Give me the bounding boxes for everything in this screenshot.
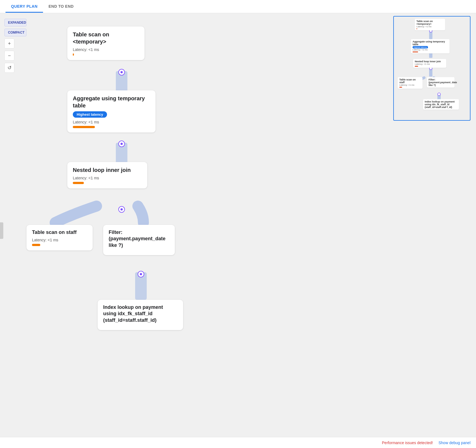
toolbar: EXPANDED COMPACT + − ↺ <box>4 19 26 73</box>
minimap-node-5: Filter: (payment.payment_date like ?) <box>427 77 454 88</box>
zoom-in-button[interactable]: + <box>4 39 14 48</box>
perf-warning: Performance issues detected! <box>382 441 433 445</box>
node-nested-loop-bar <box>73 182 84 184</box>
node-aggregate-title: Aggregate using temporary table <box>73 95 150 109</box>
connector-4 <box>138 271 144 277</box>
tab-query-plan[interactable]: QUERY PLAN <box>6 1 43 13</box>
node-nested-loop-latency: Latency: <1 ms <box>73 176 142 180</box>
node-index-lookup[interactable]: Index lookup on payment using idx_fk_sta… <box>98 300 183 330</box>
node-aggregate-bar <box>73 126 95 128</box>
node-table-scan-temp-latency: Latency: <1 ms <box>73 47 139 52</box>
reset-button[interactable]: ↺ <box>4 63 14 73</box>
connector-3 <box>118 206 125 213</box>
node-table-scan-temp-title: Table scan on <temporary> <box>73 31 139 45</box>
tab-bar: QUERY PLAN END TO END <box>0 0 476 13</box>
minimap-node-1: Table scan on <temporary> Latency: <1 ms <box>415 19 445 30</box>
debug-link[interactable]: Show debug panel <box>438 441 470 445</box>
connector-1 <box>118 69 125 75</box>
minimap-inner: Table scan on <temporary> Latency: <1 ms… <box>394 17 470 120</box>
svg-rect-3 <box>429 31 432 39</box>
node-table-scan-staff-latency: Latency: <1 ms <box>32 238 87 242</box>
node-table-scan-staff[interactable]: Table scan on staff Latency: <1 ms <box>26 225 93 250</box>
node-nested-loop[interactable]: Nested loop inner join Latency: <1 ms <box>67 162 147 188</box>
tab-end-to-end[interactable]: END TO END <box>43 1 79 13</box>
expanded-button[interactable]: EXPANDED <box>4 19 26 26</box>
main-area: EXPANDED COMPACT + − ↺ Table scan on <te… <box>0 13 476 448</box>
minimap-node-4: Table scan on staff Latency: <1 ms <box>398 77 422 89</box>
connector-2 <box>118 141 125 147</box>
node-filter-title: Filter: (payment.payment_date like ?) <box>109 229 169 249</box>
highest-latency-badge: Highest latency <box>73 111 107 118</box>
node-table-scan-staff-bar <box>32 244 40 246</box>
svg-point-10 <box>438 93 440 96</box>
node-aggregate[interactable]: Aggregate using temporary table Highest … <box>67 90 156 133</box>
node-table-scan-temp-bar <box>73 53 74 56</box>
minimap[interactable]: Table scan on <temporary> Latency: <1 ms… <box>393 16 470 121</box>
minimap-node-6: Index lookup on payment using idx_fk_sta… <box>423 99 459 110</box>
node-table-scan-staff-title: Table scan on staff <box>32 229 87 236</box>
zoom-out-button[interactable]: − <box>4 51 14 61</box>
svg-rect-5 <box>429 68 432 77</box>
node-index-lookup-title: Index lookup on payment using idx_fk_sta… <box>103 304 178 323</box>
node-table-scan-temp[interactable]: Table scan on <temporary> Latency: <1 ms <box>67 26 145 60</box>
minimap-node-2: Aggregate using temporary table Highest … <box>411 39 450 53</box>
minimap-node-3: Nested loop inner join Latency: <1 ms <box>413 59 446 68</box>
node-filter[interactable]: Filter: (payment.payment_date like ?) <box>103 225 175 255</box>
compact-button[interactable]: COMPACT <box>4 29 26 36</box>
node-aggregate-latency: Latency: <1 ms <box>73 120 150 124</box>
node-nested-loop-title: Nested loop inner join <box>73 166 142 174</box>
status-bar: Performance issues detected! Show debug … <box>0 437 476 448</box>
drag-handle[interactable] <box>0 222 3 239</box>
